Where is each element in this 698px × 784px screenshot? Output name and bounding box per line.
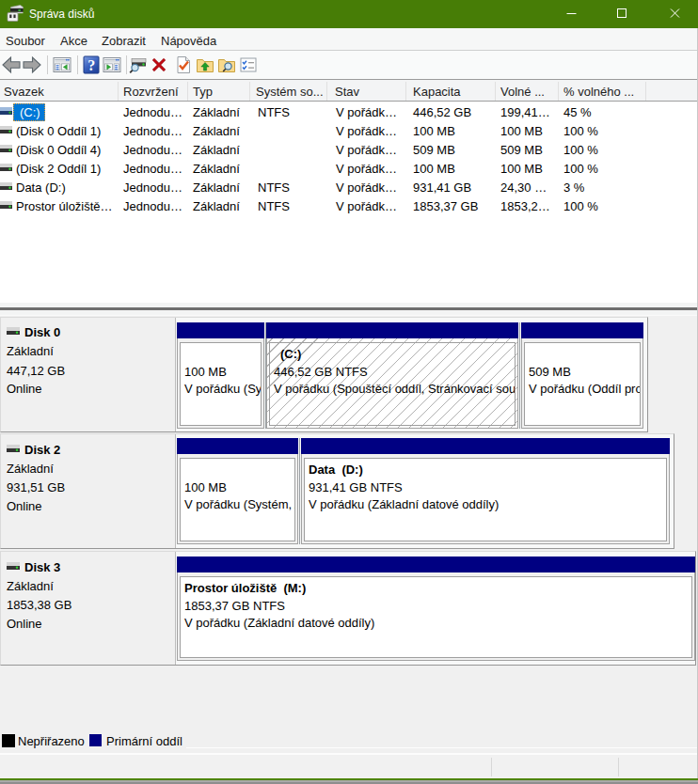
svg-text:?: ? — [87, 57, 95, 73]
